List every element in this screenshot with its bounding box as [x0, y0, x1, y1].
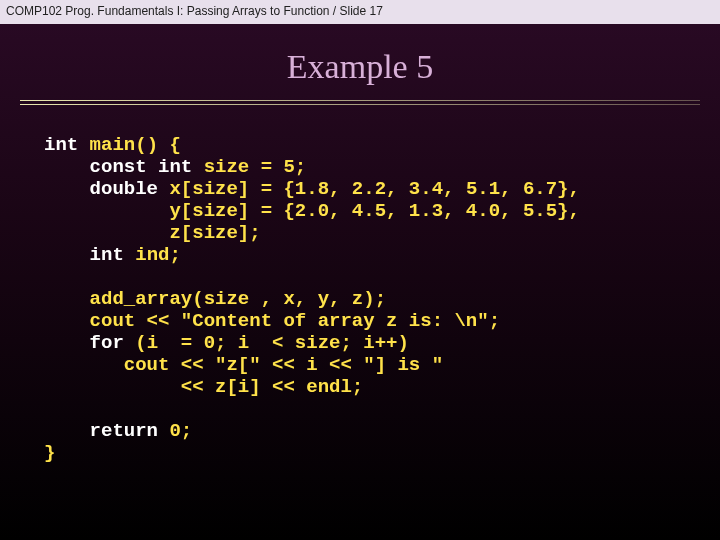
code-text: << z[i] << endl; — [44, 376, 363, 398]
title-rule — [20, 100, 700, 106]
code-kw: for — [44, 332, 124, 354]
slide-title: Example 5 — [287, 48, 433, 85]
code-text: (i = 0; i < size; i++) — [124, 332, 409, 354]
code-kw: int — [44, 134, 78, 156]
code-kw: double — [44, 178, 158, 200]
code-text: cout << "Content of array z is: \n"; — [44, 310, 500, 332]
code-text: size = 5; — [192, 156, 306, 178]
rule-line — [20, 104, 700, 105]
code-text: y[size] = {2.0, 4.5, 1.3, 4.0, 5.5}, — [44, 200, 580, 222]
code-text: z[size]; — [44, 222, 261, 244]
rule-line — [20, 100, 700, 101]
code-text: x[size] = {1.8, 2.2, 3.4, 5.1, 6.7}, — [158, 178, 580, 200]
code-block: int main() { const int size = 5; double … — [0, 106, 720, 464]
code-kw: const int — [44, 156, 192, 178]
code-text: 0; — [158, 420, 192, 442]
code-text: add_array(size , x, y, z); — [44, 288, 386, 310]
slide: COMP102 Prog. Fundamentals I: Passing Ar… — [0, 0, 720, 540]
code-kw: return — [44, 420, 158, 442]
code-text: ind; — [124, 244, 181, 266]
code-text: cout << "z[" << i << "] is " — [44, 354, 443, 376]
header-text: COMP102 Prog. Fundamentals I: Passing Ar… — [6, 4, 383, 18]
code-text: main() { — [78, 134, 181, 156]
code-kw: int — [44, 244, 124, 266]
header-strip: COMP102 Prog. Fundamentals I: Passing Ar… — [0, 0, 720, 24]
title-wrap: Example 5 — [0, 24, 720, 96]
code-text: } — [44, 442, 55, 464]
